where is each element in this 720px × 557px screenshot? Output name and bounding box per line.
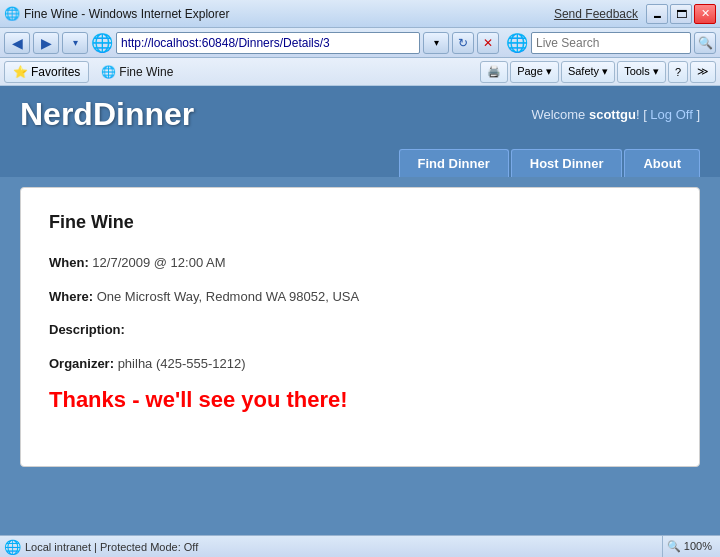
page-label: Page ▾ xyxy=(517,65,552,78)
nav-find-dinner[interactable]: Find Dinner xyxy=(399,149,509,177)
app-header: NerdDinner Welcome scottgu! [ Log Off ] xyxy=(0,86,720,143)
refresh-button[interactable]: ↻ xyxy=(452,32,474,54)
address-input[interactable] xyxy=(116,32,420,54)
search-button[interactable]: 🔍 xyxy=(694,32,716,54)
status-bar: 🌐 Local intranet | Protected Mode: Off 🔍… xyxy=(0,535,720,557)
dinner-description: Description: xyxy=(49,320,671,340)
page-button[interactable]: Page ▾ xyxy=(510,61,559,83)
toolbar-right: 🖨️ Page ▾ Safety ▾ Tools ▾ ? ≫ xyxy=(480,61,716,83)
dinner-organizer: Organizer: philha (425-555-1212) xyxy=(49,354,671,374)
nav-host-dinner[interactable]: Host Dinner xyxy=(511,149,623,177)
address-bar: ◀ ▶ ▾ 🌐 ▾ ↻ ✕ 🌐 🔍 xyxy=(0,28,720,58)
safety-label: Safety ▾ xyxy=(568,65,608,78)
safety-button[interactable]: Safety ▾ xyxy=(561,61,615,83)
ie-logo: 🌐 xyxy=(91,32,113,54)
window-controls: 🗕 🗖 ✕ xyxy=(646,4,716,24)
user-info: Welcome scottgu! [ Log Off ] xyxy=(531,107,700,122)
dinner-title: Fine Wine xyxy=(49,212,671,233)
maximize-button[interactable]: 🗖 xyxy=(670,4,692,24)
fav-fine-wine[interactable]: 🌐 Fine Wine xyxy=(93,61,181,83)
favorites-button[interactable]: ⭐ Favorites xyxy=(4,61,89,83)
ie-fav-icon: 🌐 xyxy=(101,65,116,79)
thanks-message: Thanks - we'll see you there! xyxy=(49,387,671,413)
content-area: Fine Wine When: 12/7/2009 @ 12:00 AM Whe… xyxy=(0,177,720,535)
username: scottgu xyxy=(589,107,636,122)
status-icon: 🌐 xyxy=(4,539,21,555)
star-icon: ⭐ xyxy=(13,65,28,79)
when-label: When: xyxy=(49,255,89,270)
zoom-label: 🔍 100% xyxy=(667,540,712,553)
favorites-label: Favorites xyxy=(31,65,80,79)
help-label: ? xyxy=(675,66,681,78)
app-title: NerdDinner xyxy=(20,96,194,133)
send-feedback-link[interactable]: Send Feedback xyxy=(554,7,638,21)
when-value: 12/7/2009 @ 12:00 AM xyxy=(92,255,225,270)
live-search-input[interactable] xyxy=(531,32,691,54)
tools-extra-button[interactable]: ≫ xyxy=(690,61,716,83)
title-bar: 🌐 Fine Wine - Windows Internet Explorer … xyxy=(0,0,720,28)
stop-button[interactable]: ✕ xyxy=(477,32,499,54)
tools-label: Tools ▾ xyxy=(624,65,659,78)
dinner-when: When: 12/7/2009 @ 12:00 AM xyxy=(49,253,671,273)
title-bar-text: Fine Wine - Windows Internet Explorer xyxy=(24,7,554,21)
nav-bar: Find Dinner Host Dinner About xyxy=(0,143,720,177)
dropdown-button[interactable]: ▾ xyxy=(62,32,88,54)
browser-content: NerdDinner Welcome scottgu! [ Log Off ] … xyxy=(0,86,720,535)
dinner-card: Fine Wine When: 12/7/2009 @ 12:00 AM Whe… xyxy=(20,187,700,467)
browser-icon: 🌐 xyxy=(4,6,20,22)
zoom-control[interactable]: 🔍 100% xyxy=(662,536,716,557)
tools-button[interactable]: Tools ▾ xyxy=(617,61,666,83)
fav-item-label: Fine Wine xyxy=(119,65,173,79)
organizer-value: philha (425-555-1212) xyxy=(118,356,246,371)
status-text: Local intranet | Protected Mode: Off xyxy=(25,541,658,553)
ie-logo-right: 🌐 xyxy=(506,32,528,54)
description-label: Description: xyxy=(49,322,125,337)
where-label: Where: xyxy=(49,289,93,304)
back-button[interactable]: ◀ xyxy=(4,32,30,54)
dropdown-url-button[interactable]: ▾ xyxy=(423,32,449,54)
close-button[interactable]: ✕ xyxy=(694,4,716,24)
favorites-bar: ⭐ Favorites 🌐 Fine Wine 🖨️ Page ▾ Safety… xyxy=(0,58,720,86)
print-button[interactable]: 🖨️ xyxy=(480,61,508,83)
log-off-link[interactable]: Log Off xyxy=(650,107,692,122)
welcome-text: Welcome xyxy=(531,107,589,122)
organizer-label: Organizer: xyxy=(49,356,114,371)
help-button[interactable]: ? xyxy=(668,61,688,83)
minimize-button[interactable]: 🗕 xyxy=(646,4,668,24)
forward-button[interactable]: ▶ xyxy=(33,32,59,54)
nav-about[interactable]: About xyxy=(624,149,700,177)
dinner-where: Where: One Microsft Way, Redmond WA 9805… xyxy=(49,287,671,307)
where-value: One Microsft Way, Redmond WA 98052, USA xyxy=(97,289,360,304)
